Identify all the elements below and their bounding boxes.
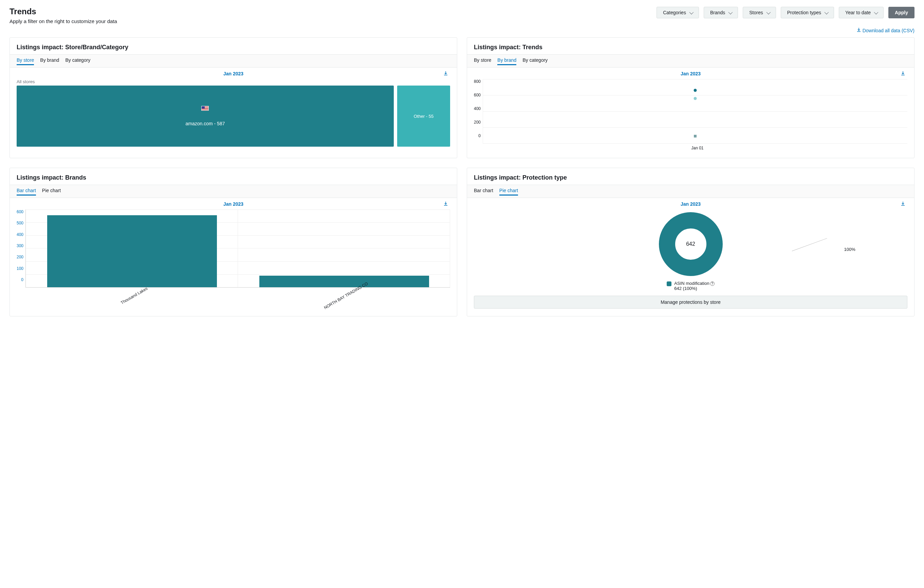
- download-chart-button[interactable]: [901, 71, 905, 77]
- treemap-cell-amazon[interactable]: amazon.com - 587: [16, 86, 394, 147]
- ytick: 300: [16, 243, 23, 248]
- chevron-down-icon: [874, 10, 877, 15]
- filter-bar: Categories Brands Stores Protection type…: [657, 7, 914, 18]
- protection-label: Protection types: [787, 10, 821, 15]
- ytick: 0: [21, 277, 23, 282]
- treemap-chart: amazon.com - 587 Other - 55: [16, 86, 450, 147]
- download-all-link[interactable]: Download all data (CSV): [856, 28, 914, 33]
- donut-center-value: 642: [686, 241, 695, 247]
- brands-label: Brands: [710, 10, 725, 15]
- ytick: 100: [16, 266, 23, 271]
- chevron-down-icon: [767, 10, 769, 15]
- tab-bar-chart[interactable]: Bar chart: [16, 188, 36, 195]
- ytick: 200: [16, 254, 23, 259]
- apply-button[interactable]: Apply: [888, 7, 914, 18]
- x-axis-label: Jan 01: [487, 145, 908, 150]
- tab-by-store[interactable]: By store: [16, 57, 34, 65]
- legend-label: ASIN modification?: [674, 281, 714, 286]
- stores-filter[interactable]: Stores: [743, 7, 776, 18]
- tab-by-brand[interactable]: By brand: [40, 57, 59, 65]
- y-axis: 800 600 400 200 0: [474, 79, 483, 144]
- tab-pie-chart[interactable]: Pie chart: [42, 188, 61, 195]
- ytick: 400: [474, 106, 481, 111]
- treemap-cell-other[interactable]: Other - 55: [397, 86, 450, 147]
- ytick: 500: [16, 221, 23, 225]
- point-series-c[interactable]: [694, 135, 696, 137]
- sbc-tabs: By store By brand By category: [10, 55, 457, 68]
- page-subtitle: Apply a filter on the right to customize…: [10, 18, 117, 24]
- brands-tabs: Bar chart Pie chart: [10, 185, 457, 198]
- chart-date: Jan 2023: [223, 71, 243, 76]
- card-title: Listings impact: Protection type: [474, 174, 908, 181]
- tab-bar-chart[interactable]: Bar chart: [474, 188, 493, 195]
- plot-area: [25, 210, 450, 287]
- us-flag-icon: [201, 106, 209, 111]
- ytick: 600: [16, 210, 23, 214]
- card-listings-sbc: Listings impact: Store/Brand/Category By…: [10, 37, 457, 158]
- chevron-down-icon: [728, 10, 731, 15]
- chevron-down-icon: [690, 10, 693, 15]
- tab-by-store[interactable]: By store: [474, 57, 491, 65]
- tab-by-category[interactable]: By category: [65, 57, 90, 65]
- ytick: 600: [474, 92, 481, 97]
- ytick: 200: [474, 120, 481, 125]
- protection-types-filter[interactable]: Protection types: [781, 7, 834, 18]
- legend-color-swatch: [667, 281, 672, 286]
- categories-label: Categories: [663, 10, 686, 15]
- donut-chart: 642 100%: [474, 210, 908, 278]
- tab-by-brand[interactable]: By brand: [497, 57, 516, 65]
- categories-filter[interactable]: Categories: [657, 7, 699, 18]
- ptype-tabs: Bar chart Pie chart: [467, 185, 914, 198]
- manage-protections-button[interactable]: Manage protections by store: [474, 296, 908, 309]
- treemap-cell-label: amazon.com - 587: [186, 121, 225, 126]
- donut-legend: ASIN modification? 642 (100%): [474, 281, 908, 291]
- card-listings-protection: Listings impact: Protection type Bar cha…: [467, 168, 914, 316]
- point-series-b[interactable]: [694, 97, 697, 100]
- chart-date: Jan 2023: [223, 202, 243, 207]
- slice-percent: 100%: [844, 247, 855, 252]
- date-range-filter[interactable]: Year to date: [839, 7, 884, 18]
- legend-value: 642 (100%): [674, 286, 714, 291]
- download-chart-button[interactable]: [443, 202, 448, 207]
- chart-date: Jan 2023: [681, 71, 701, 76]
- point-series-a[interactable]: [694, 89, 697, 92]
- ytick: 0: [478, 134, 481, 138]
- bar-north-bay[interactable]: [259, 276, 429, 287]
- bar-thousand-lakes[interactable]: [47, 215, 217, 287]
- card-title: Listings impact: Brands: [16, 174, 450, 181]
- card-title: Listings impact: Trends: [474, 44, 908, 51]
- brands-filter[interactable]: Brands: [704, 7, 738, 18]
- all-stores-label: All stores: [16, 79, 450, 84]
- stores-label: Stores: [749, 10, 763, 15]
- tab-pie-chart[interactable]: Pie chart: [499, 188, 518, 195]
- ytick: 400: [16, 232, 23, 237]
- info-icon[interactable]: ?: [710, 281, 714, 286]
- download-chart-button[interactable]: [901, 202, 905, 207]
- download-all-label: Download all data (CSV): [863, 28, 914, 33]
- legend-text: ASIN modification: [674, 281, 709, 286]
- x-axis-labels: Thousand Lakes NORTH BAY TRADING CO: [27, 287, 450, 298]
- page-title: Trends: [10, 7, 117, 16]
- card-listings-trends: Listings impact: Trends By store By bran…: [467, 37, 914, 158]
- y-axis: 600 500 400 300 200 100 0: [16, 210, 25, 287]
- bar-chart: 600 500 400 300 200 100 0: [16, 210, 450, 287]
- card-listings-brands: Listings impact: Brands Bar chart Pie ch…: [10, 168, 457, 316]
- scatter-chart: 800 600 400 200 0: [474, 79, 908, 144]
- plot-area: [483, 79, 908, 144]
- ytick: 800: [474, 79, 481, 84]
- download-chart-button[interactable]: [443, 71, 448, 77]
- trends-tabs: By store By brand By category: [467, 55, 914, 68]
- download-icon: [856, 28, 861, 33]
- range-label: Year to date: [845, 10, 871, 15]
- card-title: Listings impact: Store/Brand/Category: [16, 44, 450, 51]
- tab-by-category[interactable]: By category: [522, 57, 548, 65]
- leader-line: [792, 238, 827, 251]
- chevron-down-icon: [825, 10, 828, 15]
- chart-date: Jan 2023: [681, 202, 701, 207]
